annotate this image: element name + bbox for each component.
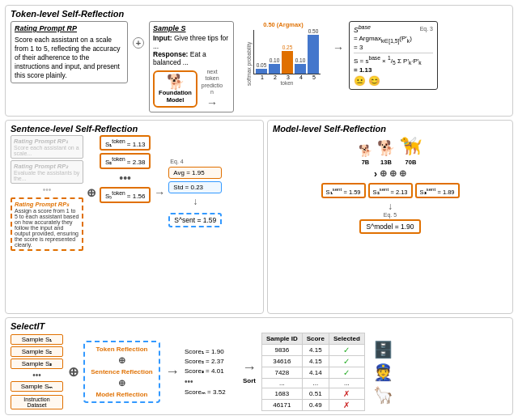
orange-prompt-title: Rating Prompt RP₅ — [15, 201, 79, 208]
cell-id: 46171 — [262, 400, 303, 411]
table-header-row: Sample ID Score Selected — [262, 333, 365, 345]
plus-select: ⊕ — [68, 364, 79, 380]
bar-3-fill — [282, 51, 293, 74]
eq4-label: Eq. 4 — [170, 159, 222, 164]
sample-s3: Sample S₃ — [11, 358, 63, 369]
score-token-n: S₅token = 1.56 — [100, 187, 151, 203]
chart-wrapper: softmax probability 0.05 0.10 — [246, 30, 321, 86]
x-label-4: 4 — [295, 74, 307, 80]
input-label: Input: — [153, 34, 172, 42]
rating-prompt-box: Rating Prompt RP Score each assistant on… — [11, 21, 128, 83]
model-7b-label: 7B — [362, 159, 370, 166]
table-row: 46171 0.49 ✗ — [262, 400, 365, 411]
col-sample-id: Sample ID — [262, 333, 303, 345]
bar-2-fill — [269, 64, 280, 74]
orange-prompt-text: Assign a score from 1 to 5 to each assis… — [15, 208, 79, 248]
cell-id: 7428 — [262, 367, 303, 379]
model-7b-icon: 🐕 — [359, 144, 372, 157]
x-label-2: 2 — [270, 74, 281, 80]
model-13b-label: 13B — [380, 159, 392, 166]
down-arrow-model: ↓ — [388, 201, 393, 212]
gray-prompt-1-title: Rating Prompt RP₁ — [14, 138, 80, 145]
plus-1: ⊕ — [90, 355, 154, 366]
cell-selected: ✓ — [329, 367, 364, 379]
sample-title: Sample S — [153, 24, 230, 32]
bar-4-val: 0.10 — [295, 57, 306, 63]
arrow-to-avg: → — [154, 135, 165, 251]
cell-id: 1683 — [262, 388, 303, 400]
instruction-box: Instruction Dataset — [11, 395, 63, 409]
sentence-section-title: Sentence-level Self-Reflection — [11, 124, 258, 134]
score-formula: S = sbase × 1/5 Σ P'k·P'k — [354, 53, 433, 66]
plus-2: ⊕ — [90, 378, 154, 388]
selectit-section: SelectIT Sample S₁ Sample S₂ Sample S₃ •… — [5, 317, 513, 415]
token-content: Rating Prompt RP Score each assistant on… — [11, 21, 507, 112]
sample-sm: Sample Sₘ — [11, 381, 63, 392]
prompt-dots: ••• — [11, 185, 83, 194]
sample-s1: Sample S₁ — [11, 334, 63, 345]
sample-box: Sample S Input: Give three tips for ... … — [149, 21, 234, 112]
model-13b-icon: 🐕 — [377, 139, 395, 157]
model-section-title: Model-level Self-Reflection — [273, 124, 507, 134]
cell-selected: ... — [329, 379, 364, 388]
sentence-inner: Rating Prompt RP₁ Score each assistant o… — [11, 135, 258, 251]
argmax-label: 0.50 (Argmax) — [263, 21, 304, 28]
model-comparison-row: › ⊕ ⊕ ⊕ — [273, 168, 507, 180]
x-axis-labels: 1 2 3 4 5 — [253, 74, 321, 80]
table-row: 9836 4.15 ✓ — [262, 345, 365, 356]
cell-score: ... — [302, 379, 329, 388]
score-item-2: Score₂ = 2.37 — [185, 358, 237, 365]
gray-prompt-2-title: Rating Prompt RP₂ — [14, 163, 80, 170]
chart-area: 0.50 (Argmax) softmax probability 0.05 0… — [239, 21, 328, 86]
score-item-1: Score₁ = 1.90 — [185, 348, 237, 355]
model-70b-label: 70B — [405, 159, 417, 166]
smiley-faces: 😐 😊 — [354, 75, 433, 87]
next-token-label: next token prediction — [200, 69, 224, 96]
response-label: Response: — [153, 50, 188, 58]
sample-s2: Sample S₂ — [11, 346, 63, 357]
gray-prompt-2: Rating Prompt RP₂ Evaluate the assistant… — [11, 160, 83, 184]
col-selected: Selected — [329, 333, 364, 345]
bar-2-val: 0.10 — [270, 57, 280, 63]
table-row: 1683 0.51 ✗ — [262, 388, 365, 400]
middle-section: Sentence-level Self-Reflection Rating Pr… — [5, 120, 513, 314]
cell-id: 34616 — [262, 356, 303, 367]
bar-4: 0.10 — [295, 57, 306, 74]
bar-chart: 0.05 0.10 0.25 — [253, 30, 321, 74]
model-70b: 🦮 70B — [400, 136, 422, 166]
main-container: Token-level Self-Reflection Rating Promp… — [0, 0, 518, 420]
sort-area: → Sort — [242, 359, 257, 384]
cross-icon: ✗ — [343, 389, 350, 398]
rating-prompt-title: Rating Prompt RP — [15, 24, 124, 34]
plus-70b: ⊕ — [399, 168, 406, 179]
check-icon: ✓ — [343, 346, 350, 354]
model-scores-row: S₁sent = 1.59 S₂sent = 2.13 S₃sent = 1.8… — [273, 183, 507, 199]
score-token-1: S₁token = 1.13 — [100, 135, 151, 151]
sort-label: Sort — [243, 377, 256, 384]
samples-dots: ••• — [11, 371, 63, 380]
model-70b-icon: 🦮 — [400, 136, 422, 157]
cell-id: ... — [262, 379, 303, 388]
database-icon-1: 🗄️ — [373, 340, 393, 359]
greater-than: › — [374, 168, 377, 180]
foundation-model-area: 🐕 Foundation Model next token prediction… — [153, 69, 230, 109]
x-label-5: 5 — [308, 74, 320, 80]
model-7b: 🐕 7B — [359, 144, 372, 166]
bar-1: 0.05 — [256, 62, 267, 74]
score-token-dots: ••• — [119, 172, 131, 185]
gray-prompt-1: Rating Prompt RP₁ Score each assistant o… — [11, 135, 83, 159]
token-axis-label: token — [253, 80, 321, 86]
avg-box: Avg = 1.95 — [168, 167, 222, 179]
cell-selected: ✓ — [329, 345, 364, 356]
table-head: Sample ID Score Selected — [262, 333, 365, 345]
token-reflection: Token Reflection — [90, 346, 154, 353]
check-icon: ✓ — [343, 368, 350, 377]
sentence-reflection: Sentence Reflection — [90, 368, 154, 375]
chart-inner: 0.05 0.10 0.25 — [253, 30, 321, 86]
arrow-to-scores: → — [165, 363, 180, 380]
model-13b: 🐕 13B — [377, 139, 395, 166]
argmax-formula: = Argmaxk∈[1,5](P'k) — [354, 35, 433, 45]
col-score: Score — [302, 333, 329, 345]
model-top-row: 🐕 7B 🐕 13B 🦮 70B — [273, 136, 507, 166]
sample-input: Input: Give three tips for ... — [153, 34, 230, 50]
